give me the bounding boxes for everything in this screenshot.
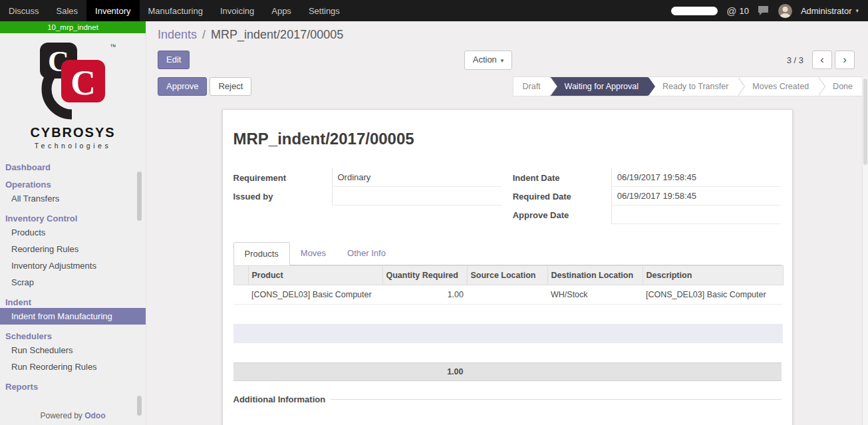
field-row-approve-date: Approve Date bbox=[513, 206, 782, 224]
status-step-moves-created[interactable]: Moves Created bbox=[738, 77, 818, 96]
action-button[interactable]: Action▾ bbox=[464, 51, 513, 70]
table-head: ProductQuantity RequiredSource LocationD… bbox=[233, 266, 783, 285]
reject-button[interactable]: Reject bbox=[210, 77, 251, 96]
systray-pill[interactable] bbox=[671, 7, 718, 15]
col-description[interactable]: Description bbox=[643, 266, 783, 285]
form-sheet: MRP_indent/2017/00005 RequirementOrdinar… bbox=[222, 109, 793, 425]
cybrosys-logo-icon: C C ™ bbox=[31, 41, 116, 120]
sidebar-item-reordering-rules[interactable]: Reordering Rules bbox=[0, 241, 146, 257]
sidebar: 10_mrp_indnet C C ™ CYBROSYS Technologie… bbox=[0, 21, 146, 425]
sidebar-item-indent[interactable]: Indent bbox=[0, 297, 146, 308]
products-table: ProductQuantity RequiredSource LocationD… bbox=[233, 265, 784, 362]
sidebar-item-all-transfers[interactable]: All Transfers bbox=[0, 190, 146, 207]
topbar-menu-inventory[interactable]: Inventory bbox=[86, 0, 139, 21]
approve-button[interactable]: Approve bbox=[158, 77, 207, 96]
sidebar-scrollbar-thumb[interactable] bbox=[137, 172, 142, 221]
notebook-tabs: ProductsMovesOther Info bbox=[233, 241, 782, 265]
main-content: Indents / MRP_indent/2017/00005 Edit Act… bbox=[146, 21, 868, 425]
user-menu[interactable]: Administrator ▾ bbox=[801, 6, 859, 16]
odoo-link[interactable]: Odoo bbox=[84, 411, 105, 420]
avatar[interactable] bbox=[778, 4, 792, 18]
field-label-issued-by: Issued by bbox=[233, 187, 332, 206]
topbar-menu-manufacturing[interactable]: Manufacturing bbox=[140, 0, 212, 21]
topbar-menu-apps[interactable]: Apps bbox=[263, 0, 300, 21]
systray: @ 10 Administrator ▾ bbox=[671, 0, 868, 21]
col-source-location[interactable]: Source Location bbox=[467, 266, 547, 285]
svg-text:C: C bbox=[71, 64, 96, 102]
field-label-indent-date: Indent Date bbox=[513, 168, 611, 187]
sidebar-item-schedulers[interactable]: Schedulers bbox=[0, 331, 146, 342]
chevron-down-icon: ▾ bbox=[501, 57, 504, 64]
field-value-requirement[interactable]: Ordinary bbox=[332, 168, 502, 187]
chevron-left-icon: ‹ bbox=[820, 53, 824, 66]
sidebar-item-indent-from-manufacturing[interactable]: Indent from Manufacturing bbox=[0, 308, 146, 325]
status-step-ready-to-transfer[interactable]: Ready to Transfer bbox=[648, 77, 738, 96]
breadcrumb: Indents / MRP_indent/2017/00005 bbox=[146, 21, 868, 48]
field-value-approve-date[interactable] bbox=[611, 206, 782, 224]
field-value-required-date[interactable]: 06/19/2017 19:58:45 bbox=[611, 187, 782, 206]
messages-count: 10 bbox=[739, 6, 748, 16]
company-logo: C C ™ CYBROSYS Technologies bbox=[0, 33, 146, 154]
sidebar-item-reports[interactable]: Reports bbox=[0, 381, 146, 392]
sidebar-item-products[interactable]: Products bbox=[0, 224, 146, 241]
powered-by: Powered by Odoo bbox=[0, 408, 146, 425]
pager-previous-button[interactable]: ‹ bbox=[812, 51, 832, 69]
additional-info-heading: Additional Information bbox=[233, 394, 326, 404]
sidebar-item-dashboard[interactable]: Dashboard bbox=[0, 162, 146, 173]
field-groups: RequirementOrdinaryIssued by Indent Date… bbox=[233, 168, 782, 224]
col-handle bbox=[233, 266, 248, 285]
field-value-issued-by[interactable] bbox=[332, 187, 502, 206]
topbar-menu: DiscussSalesInventoryManufacturingInvoic… bbox=[0, 0, 349, 21]
page-scrollbar[interactable] bbox=[862, 77, 868, 425]
tab-other-info[interactable]: Other Info bbox=[337, 242, 396, 265]
separator-line bbox=[331, 399, 781, 400]
sidebar-scrollbar-thumb-bottom[interactable] bbox=[137, 396, 142, 416]
powered-by-text: Powered by bbox=[40, 411, 82, 420]
field-label-required-date: Required Date bbox=[513, 187, 611, 206]
brand-subtitle: Technologies bbox=[0, 142, 146, 150]
sidebar-item-scrap[interactable]: Scrap bbox=[0, 274, 146, 291]
field-value-indent-date[interactable]: 06/19/2017 19:58:45 bbox=[611, 168, 782, 187]
page-scrollbar-thumb[interactable] bbox=[863, 78, 867, 165]
tab-moves[interactable]: Moves bbox=[290, 242, 337, 265]
sidebar-item-inventory-adjustments[interactable]: Inventory Adjustments bbox=[0, 257, 146, 274]
col-destination-location[interactable]: Destination Location bbox=[547, 266, 643, 285]
sidebar-item-operations[interactable]: Operations bbox=[0, 179, 146, 190]
tab-products[interactable]: Products bbox=[233, 242, 290, 265]
field-group-left: RequirementOrdinaryIssued by bbox=[233, 168, 502, 224]
user-icon bbox=[778, 4, 792, 18]
chat-icon[interactable] bbox=[758, 5, 770, 16]
field-row-required-date: Required Date06/19/2017 19:58:45 bbox=[513, 187, 782, 206]
topbar-menu-invoicing[interactable]: Invoicing bbox=[212, 0, 263, 21]
field-row-issued-by: Issued by bbox=[233, 187, 502, 206]
statusbar: DraftWaiting for ApprovalReady to Transf… bbox=[513, 76, 862, 96]
messages-counter[interactable]: @ 10 bbox=[726, 5, 749, 17]
status-step-draft[interactable]: Draft bbox=[513, 77, 549, 96]
topbar-menu-discuss[interactable]: Discuss bbox=[0, 0, 48, 21]
topbar-menu-settings[interactable]: Settings bbox=[300, 0, 349, 21]
edit-button[interactable]: Edit bbox=[158, 51, 190, 69]
sidebar-menu: DashboardOperationsAll TransfersInventor… bbox=[0, 162, 146, 392]
empty-row-3 bbox=[233, 343, 783, 362]
user-name: Administrator bbox=[801, 6, 852, 16]
topbar-menu-sales[interactable]: Sales bbox=[48, 0, 87, 21]
pager-next-button[interactable]: › bbox=[835, 51, 855, 69]
table-body: [CONS_DEL03] Basic Computer1.00WH/Stock[… bbox=[233, 285, 783, 362]
col-quantity-required[interactable]: Quantity Required bbox=[382, 266, 467, 285]
field-label-requirement: Requirement bbox=[233, 168, 332, 187]
sidebar-item-run-reordering-rules[interactable]: Run Reordering Rules bbox=[0, 358, 146, 375]
status-row: Approve Reject DraftWaiting for Approval… bbox=[146, 76, 868, 97]
sidebar-item-run-schedulers[interactable]: Run Schedulers bbox=[0, 342, 146, 358]
field-row-indent-date: Indent Date06/19/2017 19:58:45 bbox=[513, 168, 782, 187]
status-step-waiting-for-approval[interactable]: Waiting for Approval bbox=[550, 77, 648, 96]
breadcrumb-parent[interactable]: Indents bbox=[158, 28, 197, 42]
totals-row: 1.00 bbox=[233, 362, 782, 381]
trademark-symbol: ™ bbox=[110, 43, 116, 51]
action-button-label: Action bbox=[473, 55, 497, 65]
sidebar-item-inventory-control[interactable]: Inventory Control bbox=[0, 213, 146, 224]
db-banner: 10_mrp_indnet bbox=[0, 21, 146, 33]
table-row[interactable]: [CONS_DEL03] Basic Computer1.00WH/Stock[… bbox=[233, 285, 783, 305]
field-label-approve-date: Approve Date bbox=[513, 206, 611, 224]
breadcrumb-separator: / bbox=[202, 28, 206, 42]
col-product[interactable]: Product bbox=[248, 266, 382, 285]
